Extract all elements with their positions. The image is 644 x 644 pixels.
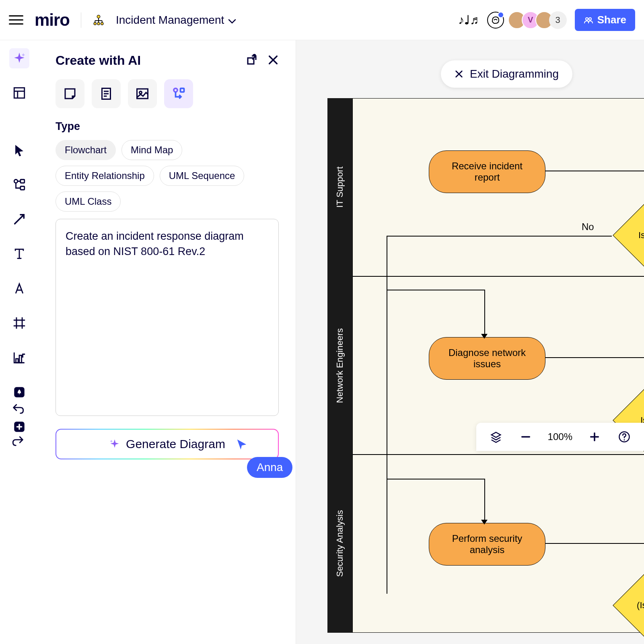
- diagram-tab[interactable]: [164, 79, 193, 108]
- undo-redo-group: [8, 399, 28, 451]
- board-name-dropdown[interactable]: Incident Management: [116, 14, 236, 27]
- music-icon[interactable]: ♪♩♬: [458, 13, 479, 27]
- image-tab[interactable]: [128, 79, 157, 108]
- sticky-note-tab[interactable]: [56, 79, 84, 108]
- font-tool-icon[interactable]: [9, 278, 29, 298]
- svg-rect-35: [181, 88, 184, 92]
- divider: [81, 12, 81, 28]
- svg-point-7: [97, 22, 100, 25]
- connector: [387, 290, 485, 290]
- connector: [484, 479, 485, 523]
- svg-rect-21: [16, 359, 19, 363]
- connector: [545, 357, 644, 358]
- type-chips: Flowchart Mind Map Entity Relationship U…: [56, 140, 279, 212]
- ai-prompt-input[interactable]: [56, 219, 279, 416]
- connector: [484, 290, 485, 337]
- ai-panel-title: Create with AI: [56, 53, 141, 68]
- board-name-text: Incident Management: [116, 14, 224, 27]
- svg-point-14: [14, 179, 18, 183]
- zoom-level[interactable]: 100%: [548, 431, 572, 442]
- svg-rect-15: [21, 179, 25, 183]
- generate-label: Generate Diagram: [126, 437, 225, 451]
- templates-icon[interactable]: [9, 83, 29, 103]
- chevron-down-icon: [228, 14, 236, 27]
- avatar-count[interactable]: 3: [549, 11, 567, 29]
- zoom-controls: 100%: [476, 423, 644, 451]
- share-label: Share: [597, 14, 626, 26]
- content-type-tabs: [56, 79, 279, 108]
- pop-out-icon[interactable]: [246, 54, 258, 68]
- zoom-out-icon[interactable]: [518, 429, 533, 444]
- exit-diagramming-button[interactable]: Exit Diagramming: [441, 60, 572, 88]
- frame-tool-icon[interactable]: [9, 313, 29, 333]
- create-with-ai-panel: Create with AI Type Flowchart Mind Map E…: [39, 40, 296, 644]
- svg-point-9: [586, 18, 588, 20]
- header-right: ♪♩♬ V 3 Share: [458, 9, 635, 31]
- text-tool-icon[interactable]: [9, 244, 29, 264]
- miro-logo[interactable]: miro: [35, 10, 70, 30]
- svg-rect-11: [14, 88, 25, 98]
- connector: [545, 171, 644, 171]
- connector: [545, 543, 644, 544]
- diagram-canvas[interactable]: Exit Diagramming IT Support Network Engi…: [296, 40, 644, 644]
- remote-cursor-label: Anna: [247, 457, 292, 478]
- chart-tool-icon[interactable]: [9, 348, 29, 368]
- exit-label: Exit Diagramming: [470, 68, 559, 80]
- flow-node-receive[interactable]: Receive incident report: [429, 150, 545, 193]
- share-icon: [584, 15, 593, 25]
- edge-label-no: No: [582, 221, 594, 232]
- chip-uml-sequence[interactable]: UML Sequence: [160, 166, 245, 186]
- share-button[interactable]: Share: [575, 9, 635, 31]
- undo-icon[interactable]: [8, 399, 28, 419]
- close-icon: [455, 70, 463, 78]
- chip-mindmap[interactable]: Mind Map: [121, 140, 182, 160]
- svg-rect-22: [19, 355, 22, 362]
- flow-node-perform[interactable]: Perform security analysis: [429, 523, 545, 566]
- chip-flowchart[interactable]: Flowchart: [56, 140, 116, 160]
- redo-icon[interactable]: [8, 431, 28, 451]
- svg-point-8: [101, 22, 103, 25]
- left-toolbar: [6, 48, 32, 437]
- type-label: Type: [56, 120, 279, 133]
- select-tool-icon[interactable]: [9, 140, 29, 160]
- svg-point-40: [624, 439, 625, 440]
- svg-point-0: [97, 15, 100, 18]
- menu-icon[interactable]: [9, 13, 23, 27]
- arrowhead-icon: [481, 334, 488, 339]
- help-icon[interactable]: [617, 429, 632, 444]
- swimlane-header[interactable]: IT Support: [327, 98, 352, 276]
- remote-cursor-icon: [236, 438, 248, 452]
- zoom-in-icon[interactable]: [587, 429, 602, 444]
- flow-node-diagnose[interactable]: Diagnose network issues: [429, 337, 545, 380]
- close-icon[interactable]: [267, 54, 279, 67]
- chat-icon[interactable]: [487, 12, 504, 29]
- collaborator-avatars[interactable]: V 3: [512, 11, 567, 29]
- header-left: miro Incident Management: [9, 10, 236, 30]
- svg-point-34: [174, 88, 177, 92]
- arrow-tool-icon[interactable]: [9, 209, 29, 229]
- chip-entity-relationship[interactable]: Entity Relationship: [56, 166, 154, 186]
- svg-point-10: [589, 18, 591, 20]
- diagram-tool-icon[interactable]: [9, 175, 29, 195]
- swimlane-header[interactable]: Network Engineers: [327, 276, 352, 455]
- svg-rect-32: [137, 89, 148, 99]
- sparkle-icon: [109, 438, 120, 450]
- ai-sparkle-button[interactable]: [9, 48, 29, 68]
- board-icon: [93, 14, 105, 26]
- chip-uml-class[interactable]: UML Class: [56, 191, 121, 212]
- ai-panel-header: Create with AI: [56, 53, 279, 68]
- connector: [387, 479, 485, 479]
- connector: [387, 236, 612, 237]
- layers-icon[interactable]: [488, 429, 504, 444]
- swimlane-header[interactable]: Security Analysis: [327, 455, 352, 633]
- app-header: miro Incident Management ♪♩♬ V 3 Share: [0, 0, 644, 40]
- svg-point-6: [94, 22, 96, 25]
- svg-rect-16: [21, 186, 25, 190]
- arrowhead-icon: [481, 520, 488, 525]
- svg-point-33: [140, 91, 142, 94]
- document-tab[interactable]: [92, 79, 121, 108]
